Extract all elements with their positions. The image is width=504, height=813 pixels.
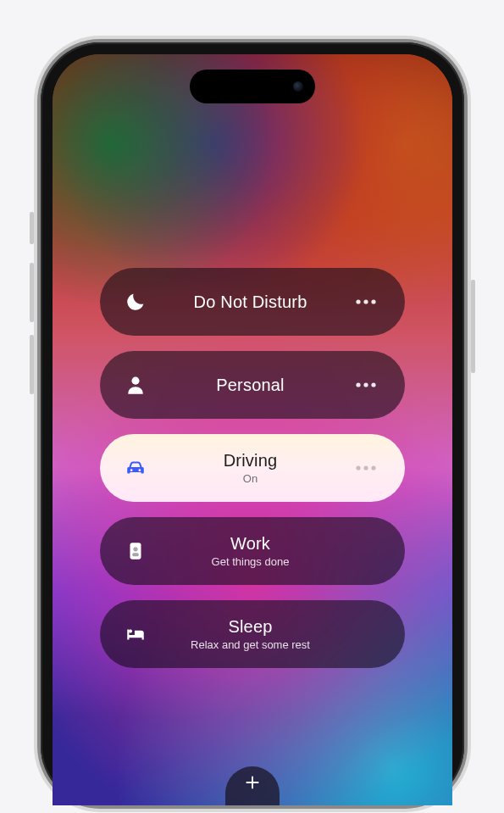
focus-item-subtitle: Relax and get some rest [152, 638, 349, 651]
focus-item-title: Sleep [152, 617, 349, 637]
svg-point-3 [131, 377, 139, 385]
moon-icon [119, 291, 152, 313]
focus-item-do-not-disturb[interactable]: Do Not Disturb [100, 268, 405, 336]
more-icon[interactable] [349, 465, 383, 471]
svg-rect-12 [132, 553, 139, 556]
car-icon [119, 457, 152, 479]
svg-point-9 [371, 465, 375, 470]
side-button [471, 280, 475, 373]
focus-item-labels: Personal [152, 376, 349, 395]
volume-up [30, 263, 34, 322]
focus-item-sleep[interactable]: Sleep Relax and get some rest [100, 600, 405, 668]
svg-point-8 [363, 465, 368, 470]
screen: Do Not Disturb Personal [53, 54, 452, 805]
volume-down [30, 335, 34, 394]
plus-icon [243, 773, 262, 792]
focus-mode-list: Do Not Disturb Personal [100, 268, 405, 668]
svg-point-7 [356, 465, 360, 470]
more-icon[interactable] [349, 381, 383, 388]
badge-icon [119, 540, 152, 562]
svg-point-2 [371, 299, 375, 303]
person-icon [119, 374, 152, 396]
focus-item-title: Do Not Disturb [152, 292, 349, 312]
svg-point-6 [371, 382, 375, 387]
dynamic-island [190, 70, 315, 103]
focus-item-labels: Driving On [152, 451, 349, 485]
add-focus-button[interactable] [225, 766, 280, 805]
bed-icon [119, 623, 152, 645]
svg-point-1 [363, 299, 368, 303]
svg-point-5 [363, 382, 368, 387]
focus-item-subtitle: On [152, 472, 349, 485]
focus-item-driving[interactable]: Driving On [100, 434, 405, 502]
focus-item-work[interactable]: Work Get things done [100, 517, 405, 585]
svg-point-0 [356, 299, 360, 303]
focus-item-title: Work [152, 534, 349, 554]
ring-switch [30, 212, 34, 244]
focus-item-labels: Work Get things done [152, 534, 349, 568]
svg-point-4 [356, 382, 360, 387]
focus-item-labels: Sleep Relax and get some rest [152, 617, 349, 651]
svg-point-11 [133, 547, 137, 551]
more-icon[interactable] [349, 298, 383, 305]
focus-item-labels: Do Not Disturb [152, 292, 349, 312]
focus-item-title: Driving [152, 451, 349, 471]
focus-item-title: Personal [152, 376, 349, 395]
iphone-device-frame: Do Not Disturb Personal [41, 42, 464, 805]
focus-item-subtitle: Get things done [152, 555, 349, 568]
focus-item-personal[interactable]: Personal [100, 351, 405, 419]
